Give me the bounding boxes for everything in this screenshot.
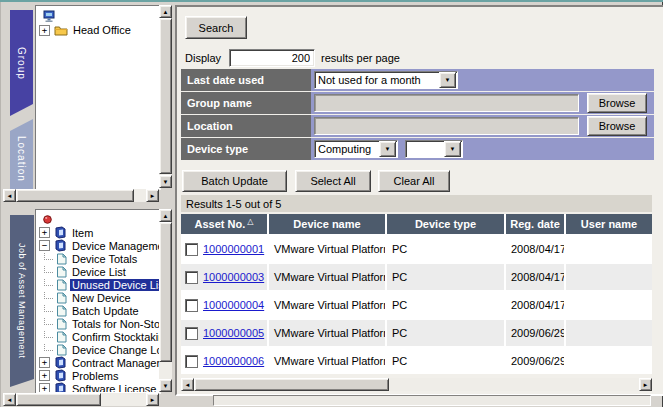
tree-item-totals-for-non-stock[interactable]: Totals for Non-Stock [39,317,159,330]
device-subtype-select[interactable] [405,140,463,158]
expand-icon[interactable] [39,383,50,392]
group-name-browse-button[interactable]: Browse [587,93,647,113]
table-cell-device-name: VMware Virtual Platform [269,236,385,262]
expand-icon[interactable] [39,370,50,381]
tree-connector [44,278,53,286]
table-cell-reg-date: 2009/06/29 [506,320,564,346]
column-header-user-name[interactable]: User name [566,214,652,234]
tree-item-device-change-log[interactable]: Device Change Log [39,343,159,356]
scroll-right-icon[interactable] [639,378,652,391]
row-checkbox[interactable] [185,299,198,312]
tree-item-label[interactable]: Contract Management [70,357,159,369]
scroll-up-icon[interactable] [159,5,172,18]
tree-item-label[interactable]: Device Totals [70,253,139,265]
row-checkbox[interactable] [185,355,198,368]
tree-item-label-selected[interactable]: Unused Device List [70,279,159,291]
select-all-button[interactable]: Select All [295,170,371,192]
scroll-right-icon[interactable] [146,393,159,406]
scroll-left-icon[interactable] [3,189,16,202]
tab-job-of-asset-management[interactable]: Job of Asset Management [10,215,34,387]
batch-update-button[interactable]: Batch Update [182,170,287,192]
tab-group[interactable]: Group [10,10,33,116]
tree-item-unused-device-list[interactable]: Unused Device List [39,278,159,291]
tree-item-batch-update[interactable]: Batch Update [39,304,159,317]
tree-item-item[interactable]: Item [39,226,159,239]
tree-item-head-office[interactable]: Head Office [39,23,159,37]
results-per-page-label: results per page [321,52,400,64]
table-cell-device-name: VMware Virtual Platform [269,292,385,318]
location-input[interactable] [314,117,579,135]
page-icon [56,331,67,343]
expand-icon[interactable] [39,25,50,36]
asset-no-link[interactable]: 1000000001 [203,243,264,255]
scroll-left-icon[interactable] [3,393,16,406]
row-checkbox[interactable] [185,327,198,340]
scroll-down-icon[interactable] [159,379,172,392]
last-date-used-select[interactable]: Not used for a month [314,71,458,89]
tab-location[interactable]: Location [10,119,33,198]
table-cell-asset: 1000000003 [181,264,267,290]
dropdown-arrow-icon[interactable] [379,141,396,157]
tree-item-label[interactable]: New Device [70,292,133,304]
main-hscrollbar[interactable] [181,378,652,391]
job-tree-vscrollbar[interactable] [159,209,172,392]
dropdown-arrow-icon[interactable] [439,72,456,88]
search-button[interactable]: Search [185,16,247,39]
tree-item-label[interactable]: Item [70,227,95,239]
expand-icon[interactable] [39,227,50,238]
group-tree-vscrollbar[interactable] [159,5,172,188]
column-header-device-name[interactable]: Device name [269,214,385,234]
row-checkbox[interactable] [185,271,198,284]
tree-item-device-list[interactable]: Device List [39,265,159,278]
folder-icon [54,25,68,36]
device-type-select[interactable]: Computing [314,140,398,158]
clear-all-button[interactable]: Clear All [378,170,450,192]
tree-item-new-device[interactable]: New Device [39,291,159,304]
asset-no-link[interactable]: 1000000004 [203,299,264,311]
collapse-icon[interactable] [39,240,50,251]
scroll-down-icon[interactable] [159,175,172,188]
asset-no-link[interactable]: 1000000006 [203,355,264,367]
scrollbar-thumb[interactable] [159,18,172,174]
scrollbar-thumb[interactable] [16,393,101,406]
location-browse-button[interactable]: Browse [587,116,647,136]
tree-item-label[interactable]: Totals for Non-Stock [70,318,159,330]
tree-item-label[interactable]: Head Office [71,24,133,36]
tree-item-problems[interactable]: Problems [39,369,159,382]
tree-item-label[interactable]: Problems [70,370,120,382]
row-checkbox[interactable] [185,243,198,256]
scroll-left-icon[interactable] [181,378,194,391]
job-tree-panel: Job of Asset Management Item [2,208,173,405]
scroll-up-icon[interactable] [159,209,172,222]
tree-item-label[interactable]: Device Management [70,240,159,252]
tree-item-software-license[interactable]: Software License [39,382,159,392]
column-header-asset-no[interactable]: Asset No. [181,214,267,234]
results-per-page-input[interactable] [229,49,315,67]
asset-no-link[interactable]: 1000000003 [203,271,264,283]
tree-item-confirm-stocktaking[interactable]: Confirm Stocktaking [39,330,159,343]
tree-item-label[interactable]: Software License [70,383,158,393]
tree-item-label[interactable]: Batch Update [70,305,141,317]
table-cell-device-name: VMware Virtual Platform [269,348,385,374]
column-header-reg-date[interactable]: Reg. date [506,214,564,234]
asset-no-link[interactable]: 1000000005 [203,327,264,339]
scrollbar-thumb[interactable] [194,378,389,391]
group-name-input[interactable] [314,94,579,112]
table-cell-device-name: VMware Virtual Platform [269,264,385,290]
expand-icon[interactable] [39,357,50,368]
scroll-right-icon[interactable] [146,189,159,202]
tree-item-device-management[interactable]: Device Management [39,239,159,252]
scrollbar-thumb[interactable] [16,189,134,202]
column-header-device-type[interactable]: Device type [387,214,504,234]
group-tree-hscrollbar[interactable] [3,189,159,202]
tree-item-contract-management[interactable]: Contract Management [39,356,159,369]
tree-item-label[interactable]: Device Change Log [70,344,159,356]
table-cell-reg-date: 2009/06/29 [506,348,564,374]
job-tree-hscrollbar[interactable] [3,393,159,406]
dropdown-arrow-icon[interactable] [444,141,461,157]
scrollbar-thumb[interactable] [159,222,172,362]
tree-item-label[interactable]: Device List [70,266,128,278]
computer-icon [43,10,56,23]
tree-item-label[interactable]: Confirm Stocktaking [70,331,159,343]
tree-item-device-totals[interactable]: Device Totals [39,252,159,265]
